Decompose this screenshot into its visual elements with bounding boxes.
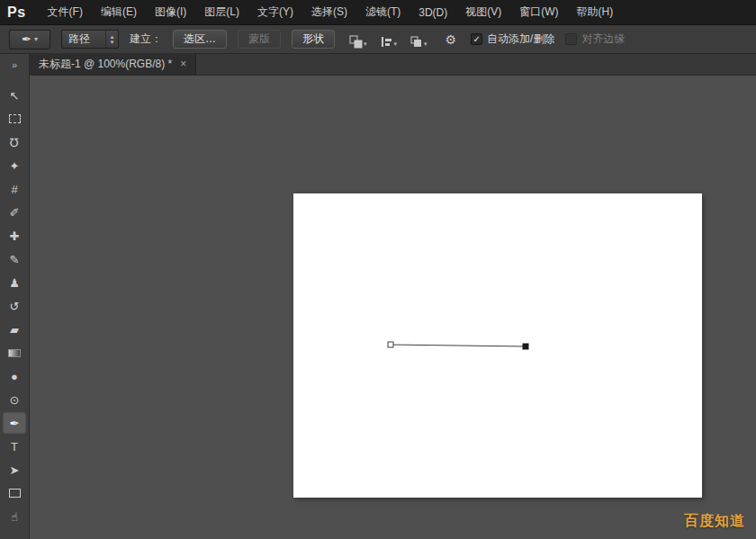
app-logo: Ps xyxy=(7,4,26,21)
menu-item[interactable]: 帮助(H) xyxy=(568,0,623,24)
document-tab-bar: 未标题-1 @ 100%(RGB/8) * × xyxy=(30,54,756,76)
path-operations-icon xyxy=(349,35,363,49)
eraser-tool-icon: ▰ xyxy=(10,323,19,337)
dodge-tool-icon: ⊙ xyxy=(10,393,20,407)
chevron-down-icon: ▾ xyxy=(34,35,38,43)
history-brush-tool-icon: ↺ xyxy=(10,300,20,313)
crop-tool[interactable]: # xyxy=(3,178,26,200)
tools-panel: » ↖℧✦#✐✚✎♟↺▰●⊙✒T➤☝ xyxy=(0,54,30,539)
chevron-down-icon: ▾ xyxy=(364,40,367,48)
align-edges-label: 对齐边缘 xyxy=(581,31,625,47)
path-alignment-button[interactable]: ▾ xyxy=(376,30,401,49)
spot-healing-brush-tool[interactable]: ✚ xyxy=(3,225,26,247)
path-anchor-end[interactable] xyxy=(523,344,528,349)
rectangle-tool-icon xyxy=(9,489,21,498)
lasso-tool[interactable]: ℧ xyxy=(3,131,26,153)
menu-item[interactable]: 图像(I) xyxy=(146,0,195,24)
menu-item[interactable]: 3D(D) xyxy=(410,0,456,24)
brush-tool-icon: ✎ xyxy=(10,253,20,266)
clone-stamp-tool[interactable]: ♟ xyxy=(3,272,26,293)
blur-tool[interactable]: ● xyxy=(3,365,26,387)
spot-healing-brush-tool-icon: ✚ xyxy=(10,229,20,243)
watermark: 百度知道 xyxy=(684,512,745,531)
tool-mode-value: 路径 xyxy=(62,31,105,47)
path-selection-tool-icon: ➤ xyxy=(10,463,20,477)
type-tool-icon: T xyxy=(11,440,18,454)
make-shape-button[interactable]: 形状 xyxy=(292,30,335,49)
lasso-tool-icon: ℧ xyxy=(10,136,19,149)
history-brush-tool[interactable]: ↺ xyxy=(3,295,26,317)
crop-tool-icon: # xyxy=(11,183,17,196)
pen-tool-icon: ✒ xyxy=(22,32,32,46)
document-tab[interactable]: 未标题-1 @ 100%(RGB/8) * × xyxy=(30,53,196,75)
type-tool[interactable]: T xyxy=(3,436,26,457)
menu-item[interactable]: 窗口(W) xyxy=(510,0,567,24)
pen-path xyxy=(293,193,702,498)
clone-stamp-tool-icon: ♟ xyxy=(9,276,20,290)
menu-item[interactable]: 选择(S) xyxy=(302,0,356,24)
path-arrangement-button[interactable]: ▾ xyxy=(406,30,431,49)
rectangular-marquee-tool-icon xyxy=(9,114,21,123)
hand-tool-icon: ☝ xyxy=(11,510,18,524)
make-selection-button[interactable]: 选区… xyxy=(173,30,227,49)
eraser-tool[interactable]: ▰ xyxy=(3,319,26,340)
tool-mode-select[interactable]: 路径 ▴▾ xyxy=(61,30,119,49)
eyedropper-tool[interactable]: ✐ xyxy=(3,202,26,223)
path-operations-group: ▾ ▾ ▾ xyxy=(346,30,431,49)
make-label: 建立： xyxy=(130,31,162,47)
menu-items: 文件(F)编辑(E)图像(I)图层(L)文字(Y)选择(S)滤镜(T)3D(D)… xyxy=(39,0,623,24)
photoshop-window: Ps 文件(F)编辑(E)图像(I)图层(L)文字(Y)选择(S)滤镜(T)3D… xyxy=(0,0,756,539)
blur-tool-icon: ● xyxy=(11,370,18,383)
gradient-tool-icon xyxy=(8,349,21,357)
brush-tool[interactable]: ✎ xyxy=(3,248,26,270)
tool-preset-picker[interactable]: ✒ ▾ xyxy=(9,30,50,49)
dodge-tool[interactable]: ⊙ xyxy=(3,389,26,410)
quick-selection-tool-icon: ✦ xyxy=(10,159,20,173)
rectangle-tool[interactable] xyxy=(3,482,26,504)
path-arrangement-icon xyxy=(410,35,423,49)
menu-item[interactable]: 图层(L) xyxy=(195,0,248,24)
options-bar: ✒ ▾ 路径 ▴▾ 建立： 选区… 蒙版 形状 ▾ xyxy=(0,25,756,54)
menu-item[interactable]: 滤镜(T) xyxy=(356,0,410,24)
menu-item[interactable]: 编辑(E) xyxy=(92,0,146,24)
pasteboard: 百度知道 xyxy=(30,76,756,539)
spinner-icon[interactable]: ▴▾ xyxy=(105,31,118,48)
workspace: » ↖℧✦#✐✚✎♟↺▰●⊙✒T➤☝ 未标题-1 @ 100%(RGB/8) *… xyxy=(0,54,756,539)
make-mask-button: 蒙版 xyxy=(238,30,281,49)
document-canvas[interactable] xyxy=(293,193,702,498)
move-tool[interactable]: ↖ xyxy=(3,85,26,106)
align-edges-option: 对齐边缘 xyxy=(565,31,625,47)
auto-add-delete-checkbox[interactable]: ✓ xyxy=(471,33,482,45)
menu-item[interactable]: 文字(Y) xyxy=(248,0,302,24)
path-operations-button[interactable]: ▾ xyxy=(346,30,371,49)
rectangular-marquee-tool[interactable] xyxy=(3,108,26,130)
canvas-column: 未标题-1 @ 100%(RGB/8) * × 百度知道 xyxy=(30,54,756,539)
menu-item[interactable]: 视图(V) xyxy=(456,0,510,24)
pen-tool-icon: ✒ xyxy=(10,417,20,430)
quick-selection-tool[interactable]: ✦ xyxy=(3,155,26,176)
toolbar-expand-button[interactable]: » xyxy=(0,58,29,74)
gradient-tool[interactable] xyxy=(3,342,26,364)
auto-add-delete-label: 自动添加/删除 xyxy=(487,31,554,47)
hand-tool[interactable]: ☝ xyxy=(3,506,26,527)
path-anchor-start[interactable] xyxy=(388,342,393,347)
chevron-down-icon: ▾ xyxy=(424,40,428,48)
align-edges-checkbox xyxy=(565,33,577,45)
document-tab-title: 未标题-1 @ 100%(RGB/8) * xyxy=(39,57,172,72)
chevron-down-icon: ▾ xyxy=(394,40,398,48)
path-alignment-icon xyxy=(380,35,393,49)
gear-icon[interactable]: ⚙ xyxy=(442,32,461,47)
eyedropper-tool-icon: ✐ xyxy=(10,206,20,220)
auto-add-delete-option[interactable]: ✓ 自动添加/删除 xyxy=(471,31,554,47)
menu-item[interactable]: 文件(F) xyxy=(39,0,92,24)
pen-tool[interactable]: ✒ xyxy=(3,412,26,434)
path-selection-tool[interactable]: ➤ xyxy=(3,459,26,481)
move-tool-icon: ↖ xyxy=(10,89,20,103)
close-icon[interactable]: × xyxy=(180,58,186,70)
menu-bar: Ps 文件(F)编辑(E)图像(I)图层(L)文字(Y)选择(S)滤镜(T)3D… xyxy=(0,0,756,25)
